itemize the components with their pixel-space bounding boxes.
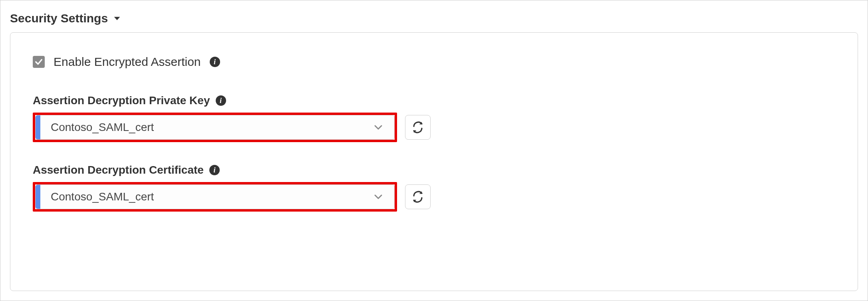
caret-down-icon [113,14,121,23]
info-icon[interactable]: i [209,165,220,175]
select-accent-mark [36,115,40,139]
section-title: Security Settings [10,12,108,25]
certificate-select-highlight: Contoso_SAML_cert [33,182,397,212]
certificate-refresh-button[interactable] [405,184,431,209]
private-key-field: Assertion Decryption Private Key i Conto… [33,94,835,142]
certificate-label: Assertion Decryption Certificate [33,164,204,176]
enable-encrypted-assertion-checkbox[interactable] [33,56,45,68]
section-header[interactable]: Security Settings [10,12,858,25]
enable-encrypted-assertion-label: Enable Encrypted Assertion [54,55,201,69]
enable-encrypted-assertion-row: Enable Encrypted Assertion i [33,55,835,69]
certificate-select[interactable]: Contoso_SAML_cert [35,184,395,209]
chevron-down-icon [369,123,394,132]
settings-panel: Enable Encrypted Assertion i Assertion D… [10,32,858,291]
chevron-down-icon [369,192,394,202]
select-accent-mark [36,185,40,209]
private-key-label: Assertion Decryption Private Key [33,94,210,107]
private-key-selected-value: Contoso_SAML_cert [40,121,369,134]
private-key-refresh-button[interactable] [405,115,431,140]
private-key-select-highlight: Contoso_SAML_cert [33,113,397,142]
certificate-field: Assertion Decryption Certificate i Conto… [33,164,835,212]
info-icon[interactable]: i [210,57,220,67]
certificate-selected-value: Contoso_SAML_cert [40,190,369,203]
info-icon[interactable]: i [216,95,226,106]
private-key-select[interactable]: Contoso_SAML_cert [35,115,395,140]
